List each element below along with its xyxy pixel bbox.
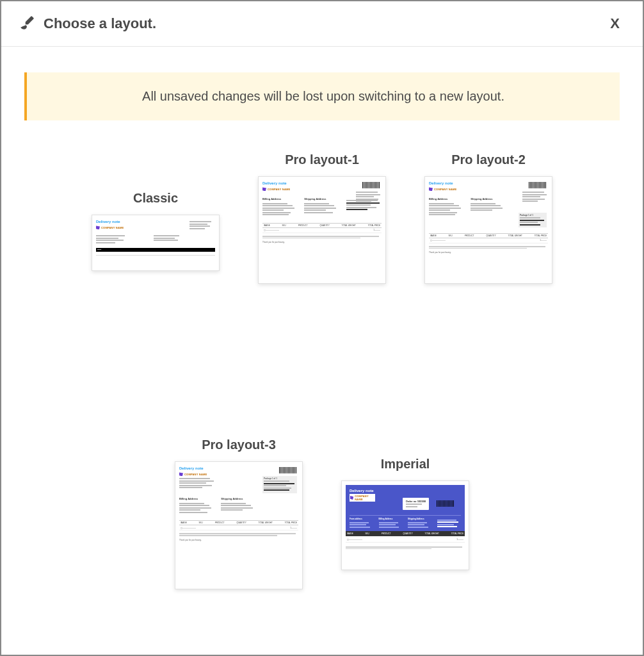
- preview-table-header: IMAGE SKU PRODUCT QUANTITY TOTAL WEIGHT …: [346, 531, 465, 536]
- preview-shipping-label: Shipping Address: [471, 197, 506, 201]
- logo-text: COMPANY NAME: [355, 495, 374, 501]
- layout-title: Pro layout-2: [451, 152, 526, 167]
- barcode-icon: [529, 182, 547, 188]
- logo-mark-icon: [429, 187, 433, 191]
- preview-table-header: IMAGE SKU PRODUCT QUANTITY TOTAL WEIGHT …: [179, 520, 298, 525]
- logo-text: COMPANY NAME: [101, 226, 124, 230]
- close-button[interactable]: X: [605, 13, 625, 35]
- grid-row-1: Classic Delivery note COMPANY NAME: [27, 152, 617, 284]
- preview-order-box: Order no 102388: [403, 498, 429, 510]
- layout-option-pro1[interactable]: Pro layout-1 Delivery note COMPANY NAME …: [258, 152, 386, 284]
- preview-thankyou: Thank you for purchasing.: [262, 241, 382, 243]
- preview-table-header: IMAGE SKU PRODUCT QUANTITY TOTAL WEIGHT …: [262, 223, 382, 228]
- preview-shipping-label: Shipping Address: [304, 197, 339, 201]
- layout-title: Pro layout-1: [285, 152, 359, 167]
- layout-title: Pro layout-3: [202, 438, 276, 452]
- preview-heading: Delivery note: [350, 489, 461, 493]
- logo-mark-icon: [179, 472, 183, 476]
- logo-text: COMPANY NAME: [268, 188, 290, 192]
- preview-package-box: Package 1 of 1: [519, 213, 547, 227]
- preview-imperial-header: Delivery note COMPANY NAME Order no 1023…: [346, 485, 465, 531]
- grid-row-2: Pro layout-3 Delivery note COMPANY NAME …: [27, 438, 617, 589]
- warning-banner: All unsaved changes will be lost upon sw…: [24, 72, 620, 120]
- layout-preview-pro3: Delivery note COMPANY NAME Package 1 of …: [175, 461, 303, 589]
- preview-thankyou: Thank you for purchasing.: [179, 539, 298, 541]
- barcode-icon: [362, 182, 380, 188]
- layout-preview-classic: Delivery note COMPANY NAME ••••••: [92, 215, 220, 271]
- logo-text: COMPANY NAME: [434, 188, 456, 192]
- preview-logo: COMPANY NAME: [350, 494, 375, 502]
- layout-title: Imperial: [381, 457, 430, 472]
- preview-address-right: [189, 219, 215, 230]
- modal-header: Choose a layout. X: [1, 1, 643, 47]
- layout-preview-imperial: Delivery note COMPANY NAME Order no 1023…: [341, 480, 469, 570]
- preview-address-right: [522, 190, 548, 203]
- header-left: Choose a layout.: [19, 14, 156, 33]
- preview-table-header: IMAGE SKU PRODUCT QUANTITY TOTAL WEIGHT …: [429, 233, 548, 238]
- logo-mark-icon: [350, 496, 353, 500]
- layout-grid: Classic Delivery note COMPANY NAME: [1, 120, 643, 621]
- layout-option-classic[interactable]: Classic Delivery note COMPANY NAME: [92, 191, 220, 284]
- logo-mark-icon: [96, 226, 100, 229]
- preview-shipping-label: Shipping Address: [221, 497, 256, 501]
- preview-billing-label: Billing Address: [429, 197, 464, 201]
- preview-thankyou: Thank you for purchasing.: [429, 251, 548, 254]
- brush-icon: [19, 14, 36, 33]
- preview-billing-label: Billing Address: [262, 197, 298, 201]
- preview-package-box: Package 1 of 1: [262, 476, 297, 493]
- preview-billing-label: Billing Address: [179, 497, 214, 501]
- layout-title: Classic: [133, 191, 178, 206]
- modal-title: Choose a layout.: [44, 15, 156, 32]
- layout-option-pro3[interactable]: Pro layout-3 Delivery note COMPANY NAME …: [175, 438, 303, 589]
- layout-option-pro2[interactable]: Pro layout-2 Delivery note COMPANY NAME …: [424, 152, 552, 284]
- logo-mark-icon: [262, 187, 266, 191]
- warning-text: All unsaved changes will be lost upon sw…: [142, 89, 504, 103]
- layout-preview-pro1: Delivery note COMPANY NAME Billing Addre…: [258, 176, 386, 284]
- logo-text: COMPANY NAME: [184, 473, 207, 477]
- layout-option-imperial[interactable]: Imperial Delivery note COMPANY NAME Orde…: [341, 457, 469, 589]
- layout-preview-pro2: Delivery note COMPANY NAME Billing Addre…: [424, 176, 552, 284]
- barcode-icon: [279, 467, 297, 473]
- preview-address-right: [356, 190, 382, 203]
- barcode-icon: [437, 500, 455, 507]
